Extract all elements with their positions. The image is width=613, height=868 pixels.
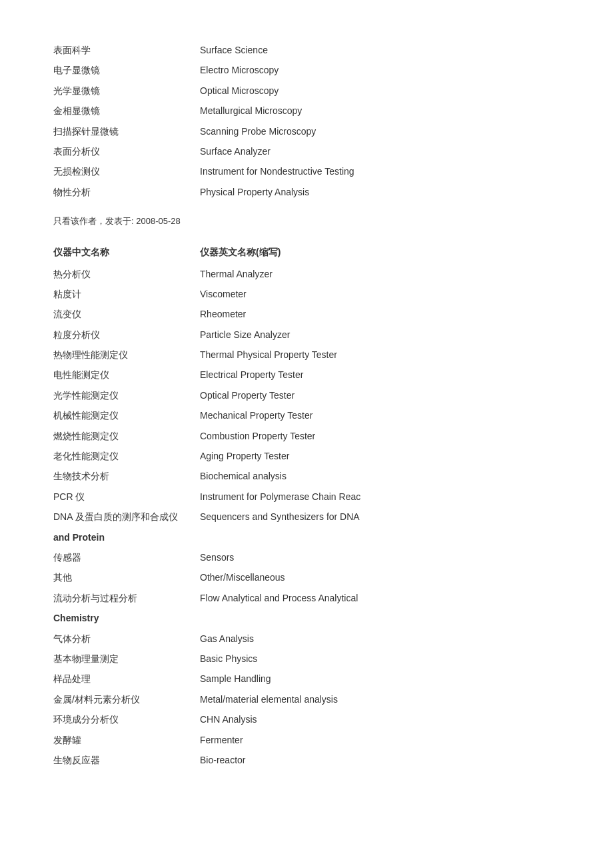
chinese-label: 光学显微镜	[53, 83, 200, 98]
chinese-label: 热分析仪	[53, 267, 200, 281]
list-item: 机械性能测定仪Mechanical Property Tester	[53, 405, 560, 425]
chinese-label: 流动分析与过程分析	[53, 591, 200, 605]
english-label: Instrument for Nondestructive Testing	[200, 164, 560, 179]
list-item: 金属/材料元素分析仪Metal/material elemental analy…	[53, 689, 560, 709]
chinese-label: 机械性能测定仪	[53, 408, 200, 423]
english-label: Viscometer	[200, 287, 560, 301]
english-label: Scanning Probe Microscopy	[200, 124, 560, 139]
english-label: Thermal Physical Property Tester	[200, 347, 560, 362]
list-item: 粒度分析仪Particle Size Analyzer	[53, 325, 560, 345]
chinese-label: 金相显微镜	[53, 103, 200, 118]
chinese-label: 电性能测定仪	[53, 367, 200, 382]
list-item: 其他Other/Miscellaneous	[53, 567, 560, 587]
chinese-label: and Protein	[53, 530, 200, 545]
chinese-label: 扫描探针显微镜	[53, 124, 200, 139]
column-header-chinese: 仪器中文名称	[53, 245, 200, 259]
list-item: 光学性能测定仪Optical Property Tester	[53, 385, 560, 405]
chinese-label: 气体分析	[53, 631, 200, 646]
english-label: Flow Analytical and Process Analytical	[200, 591, 560, 605]
english-label: Sample Handling	[200, 671, 560, 686]
chinese-label: 流变仪	[53, 307, 200, 321]
list-item: 生物反应器Bio-reactor	[53, 750, 560, 770]
english-label: Surface Analyzer	[200, 144, 560, 159]
chinese-label: PCR 仪	[53, 489, 200, 504]
english-label: Bio-reactor	[200, 753, 560, 767]
list-item: 表面科学Surface Science	[53, 40, 560, 60]
chinese-label: 表面科学	[53, 43, 200, 57]
list-item: 粘度计Viscometer	[53, 284, 560, 304]
chinese-label: 样品处理	[53, 671, 200, 686]
english-label: Rheometer	[200, 307, 560, 321]
list-item: Chemistry	[53, 608, 560, 628]
english-label: Fermenter	[200, 733, 560, 747]
english-label: Metal/material elemental analysis	[200, 692, 560, 707]
chinese-label: 光学性能测定仪	[53, 388, 200, 403]
english-label: CHN Analysis	[200, 712, 560, 727]
chinese-label: 表面分析仪	[53, 144, 200, 159]
chinese-label: 传感器	[53, 550, 200, 565]
chinese-label: 燃烧性能测定仪	[53, 429, 200, 443]
english-label: Gas Analysis	[200, 631, 560, 646]
chinese-label: 粒度分析仪	[53, 327, 200, 342]
chinese-label: 生物反应器	[53, 753, 200, 767]
english-label: Optical Microscopy	[200, 83, 560, 98]
list-item: 燃烧性能测定仪Combustion Property Tester	[53, 426, 560, 446]
chinese-label: 热物理性能测定仪	[53, 347, 200, 362]
english-label: Thermal Analyzer	[200, 267, 560, 281]
english-label: Combustion Property Tester	[200, 429, 560, 443]
list-item: 热分析仪Thermal Analyzer	[53, 264, 560, 284]
list-item: 气体分析Gas Analysis	[53, 629, 560, 649]
list-item: 老化性能测定仪Aging Property Tester	[53, 446, 560, 466]
chinese-label: 金属/材料元素分析仪	[53, 692, 200, 707]
chinese-label: DNA 及蛋白质的测序和合成仪	[53, 509, 200, 524]
chinese-label: 无损检测仪	[53, 164, 200, 179]
column-header-english: 仪器英文名称(缩写)	[200, 245, 560, 259]
list-item: 表面分析仪Surface Analyzer	[53, 141, 560, 161]
list-item: PCR 仪Instrument for Polymerase Chain Rea…	[53, 487, 560, 507]
section2-table: 仪器中文名称仪器英文名称(缩写)热分析仪Thermal Analyzer粘度计V…	[53, 241, 560, 770]
english-label: Electrical Property Tester	[200, 367, 560, 382]
english-label: Optical Property Tester	[200, 388, 560, 403]
list-item: 电性能测定仪Electrical Property Tester	[53, 365, 560, 385]
section1-table: 表面科学Surface Science电子显微镜Electro Microsco…	[53, 40, 560, 202]
list-item: 环境成分分析仪CHN Analysis	[53, 709, 560, 729]
list-item: and Protein	[53, 527, 560, 547]
chinese-label: 老化性能测定仪	[53, 449, 200, 463]
list-item: 流变仪Rheometer	[53, 304, 560, 324]
english-label: Sequencers and Synthesizers for DNA	[200, 509, 560, 524]
chinese-label: 基本物理量测定	[53, 651, 200, 666]
english-label: Metallurgical Microscopy	[200, 103, 560, 118]
list-item: 金相显微镜Metallurgical Microscopy	[53, 101, 560, 121]
meta-line: 只看该作者，发表于: 2008-05-28	[53, 215, 560, 227]
english-label: Aging Property Tester	[200, 449, 560, 463]
english-label: Electro Microscopy	[200, 63, 560, 77]
english-label	[200, 530, 560, 545]
english-label: Biochemical analysis	[200, 469, 560, 483]
english-label: Physical Property Analysis	[200, 185, 560, 199]
table-header: 仪器中文名称仪器英文名称(缩写)	[53, 241, 560, 263]
list-item: 扫描探针显微镜Scanning Probe Microscopy	[53, 121, 560, 141]
list-item: 光学显微镜Optical Microscopy	[53, 81, 560, 101]
chinese-label: 发酵罐	[53, 733, 200, 747]
english-label: Surface Science	[200, 43, 560, 57]
chinese-label: 其他	[53, 570, 200, 585]
list-item: DNA 及蛋白质的测序和合成仪Sequencers and Synthesize…	[53, 507, 560, 527]
list-item: 流动分析与过程分析 Flow Analytical and Process An…	[53, 588, 560, 608]
chinese-label: 电子显微镜	[53, 63, 200, 77]
list-item: 样品处理Sample Handling	[53, 669, 560, 689]
english-label: Mechanical Property Tester	[200, 408, 560, 423]
chinese-label: Chemistry	[53, 611, 200, 625]
list-item: 物性分析Physical Property Analysis	[53, 182, 560, 202]
english-label: Sensors	[200, 550, 560, 565]
chinese-label: 环境成分分析仪	[53, 712, 200, 727]
english-label	[200, 611, 560, 625]
english-label: Other/Miscellaneous	[200, 570, 560, 585]
english-label: Instrument for Polymerase Chain Reac	[200, 489, 560, 504]
chinese-label: 生物技术分析	[53, 469, 200, 483]
list-item: 发酵罐Fermenter	[53, 730, 560, 750]
list-item: 传感器Sensors	[53, 547, 560, 567]
list-item: 无损检测仪Instrument for Nondestructive Testi…	[53, 161, 560, 181]
english-label: Particle Size Analyzer	[200, 327, 560, 342]
list-item: 基本物理量测定Basic Physics	[53, 649, 560, 669]
list-item: 热物理性能测定仪Thermal Physical Property Tester	[53, 345, 560, 365]
